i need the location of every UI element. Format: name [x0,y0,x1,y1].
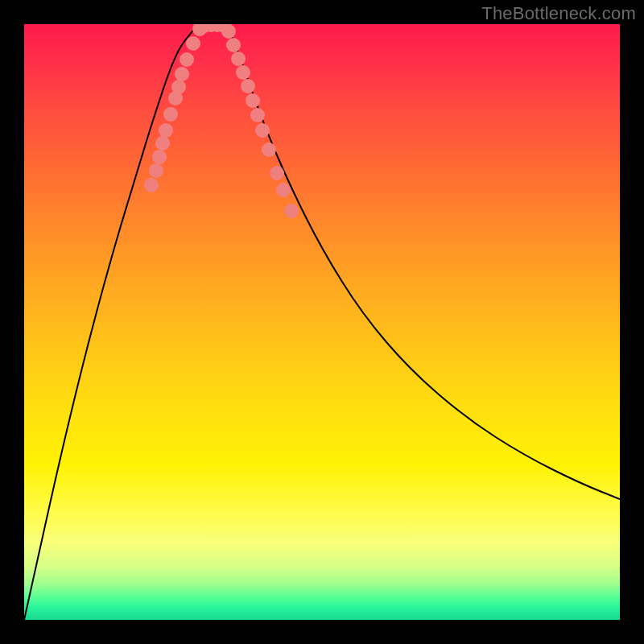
data-dot [180,52,194,67]
data-dot [159,123,173,138]
data-dot [250,108,265,122]
data-dot [155,136,170,151]
data-dot [175,67,189,81]
data-dot [255,123,270,138]
curve-overlay [24,24,620,620]
data-dot [276,183,291,197]
curve-right-curve [225,24,620,499]
data-dot [246,93,260,108]
data-dot [152,150,167,164]
data-dot [231,52,246,66]
data-dot [186,36,200,51]
chart-frame: TheBottleneck.com [0,0,644,644]
data-dot [226,38,241,52]
data-dot [284,204,299,218]
watermark-text: TheBottleneck.com [481,3,636,24]
data-dot [144,178,159,192]
data-dot [221,24,236,39]
data-dot [241,79,255,93]
data-dots [144,24,299,218]
data-dot [236,65,250,80]
data-dot [171,80,186,94]
bottleneck-curve [24,24,620,620]
data-dot [163,107,178,122]
plot-area [24,24,620,620]
data-dot [262,142,276,157]
data-dot [149,163,163,178]
data-dot [270,166,284,180]
